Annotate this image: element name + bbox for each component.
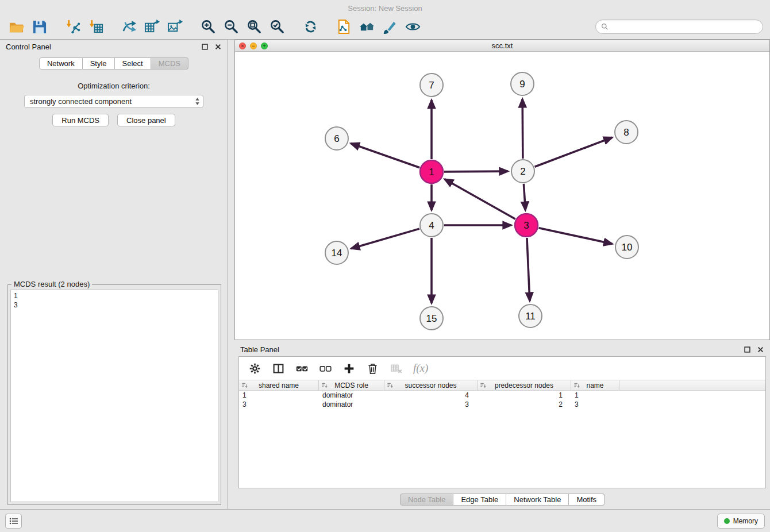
control-panel-title: Control Panel [6,43,195,51]
zoom-out-button[interactable] [222,17,240,36]
style-brush-button[interactable] [380,17,399,36]
refresh-icon [303,19,318,34]
deselect-all-button[interactable] [318,361,333,376]
column-header-mcds-role[interactable]: MCDS role [319,380,384,390]
network-canvas[interactable]: 7968124314101511 [235,52,769,340]
zoom-fit-button[interactable] [245,17,263,36]
cell-predecessor-nodes[interactable]: 2 [478,400,571,409]
edge-3-11[interactable] [527,238,530,301]
edge-2-8[interactable] [535,137,613,167]
edge-4-14[interactable] [351,229,419,249]
column-header-label: predecessor nodes [495,381,553,390]
cell-mcds-role[interactable]: dominator [319,391,384,400]
node-3[interactable]: 3 [515,214,538,237]
network-overview-button[interactable] [357,17,376,36]
tab-select[interactable]: Select [115,57,151,70]
tab-mcds[interactable]: MCDS [151,57,188,70]
import-table-button[interactable] [86,17,105,36]
mcds-result-text[interactable]: 1 3 [10,290,218,502]
function-builder-icon[interactable]: f(x) [413,362,428,375]
node-14[interactable]: 14 [325,241,348,264]
edge-1-6[interactable] [351,144,420,168]
node-9[interactable]: 9 [511,72,534,95]
edge-2-3[interactable] [523,184,525,210]
trash-button[interactable] [365,361,380,376]
column-header-successor-nodes[interactable]: successor nodes [384,380,478,390]
cell-mcds-role[interactable]: dominator [319,400,384,409]
network-window-close-button[interactable]: × [239,43,246,49]
run-mcds-button[interactable]: Run MCDS [52,114,109,126]
tab-node-table[interactable]: Node Table [400,494,454,506]
node-4[interactable]: 4 [420,214,443,237]
column-header-name[interactable]: name [571,380,619,390]
tab-motifs[interactable]: Motifs [569,494,605,506]
select-all-button[interactable] [294,361,309,376]
open-folder-button[interactable] [7,17,25,36]
cell-successor-nodes[interactable]: 4 [384,391,478,400]
tab-network[interactable]: Network [39,57,83,70]
node-6[interactable]: 6 [325,127,348,150]
save-button[interactable] [30,17,48,36]
table-panel: Table Panel f(x) shared nameMCDS rolesuc… [234,342,770,509]
network-overview-icon [359,19,375,34]
search-input[interactable] [611,21,757,32]
add-button[interactable] [341,361,356,376]
memory-button[interactable]: Memory [717,514,765,529]
table-toolbar: f(x) [239,357,765,380]
cell-name[interactable]: 3 [571,400,619,409]
export-network-button[interactable] [120,17,138,36]
tab-style[interactable]: Style [83,57,115,70]
edge-2-9[interactable] [522,99,523,159]
node-label: 11 [525,311,536,322]
node-11[interactable]: 11 [519,304,542,327]
toolbar-group [301,17,319,36]
edge-3-1[interactable] [445,179,515,219]
table-panel-close-icon[interactable] [757,346,764,353]
network-window-minimize-button[interactable]: − [250,43,257,49]
edge-3-10[interactable] [538,228,612,244]
delete-table-button[interactable] [388,361,403,376]
cell-shared-name[interactable]: 3 [239,400,319,409]
node-2[interactable]: 2 [511,160,534,183]
tab-edge-table[interactable]: Edge Table [453,494,506,506]
node-label: 15 [426,313,437,324]
close-panel-button[interactable]: Close panel [117,114,175,126]
eye-button[interactable] [403,17,422,36]
cell-shared-name[interactable]: 1 [239,391,319,400]
table-row[interactable]: 1dominator411 [239,391,765,400]
search-box[interactable] [595,20,763,34]
optimization-criterion-select[interactable]: strongly connected component [24,95,203,108]
cell-predecessor-nodes[interactable]: 1 [478,391,571,400]
control-panel-close-icon[interactable] [214,43,222,51]
table-panel-title: Table Panel [240,345,738,354]
column-header-label: shared name [259,381,299,390]
show-panels-button[interactable] [5,514,22,529]
node-7[interactable]: 7 [420,74,443,97]
network-window-zoom-button[interactable]: + [261,43,268,49]
node-label: 9 [519,79,525,90]
cell-successor-nodes[interactable]: 3 [384,400,478,409]
node-8[interactable]: 8 [615,121,638,144]
table-panel-float-icon[interactable] [744,346,751,353]
zoom-in-button[interactable] [199,17,217,36]
zoom-selected-button[interactable] [268,17,286,36]
network-window-titlebar[interactable]: × − + scc.txt [235,40,769,52]
control-panel-float-icon[interactable] [201,43,209,51]
import-network-button[interactable] [63,17,82,36]
columns-button[interactable] [271,361,286,376]
edge-1-2[interactable] [444,171,508,172]
node-10[interactable]: 10 [615,236,638,259]
column-header-predecessor-nodes[interactable]: predecessor nodes [478,380,571,390]
export-table-button[interactable] [143,17,161,36]
column-header-shared-name[interactable]: shared name [239,380,319,390]
refresh-button[interactable] [301,17,319,36]
cell-name[interactable]: 1 [571,391,619,400]
table-row[interactable]: 3dominator323 [239,400,765,409]
node-1[interactable]: 1 [420,160,443,183]
export-image-button[interactable] [165,17,184,36]
node-label: 3 [523,220,529,231]
node-15[interactable]: 15 [420,307,443,330]
new-network-from-selection-button[interactable] [334,17,353,36]
tab-network-table[interactable]: Network Table [506,494,569,506]
gear-button[interactable] [247,361,262,376]
